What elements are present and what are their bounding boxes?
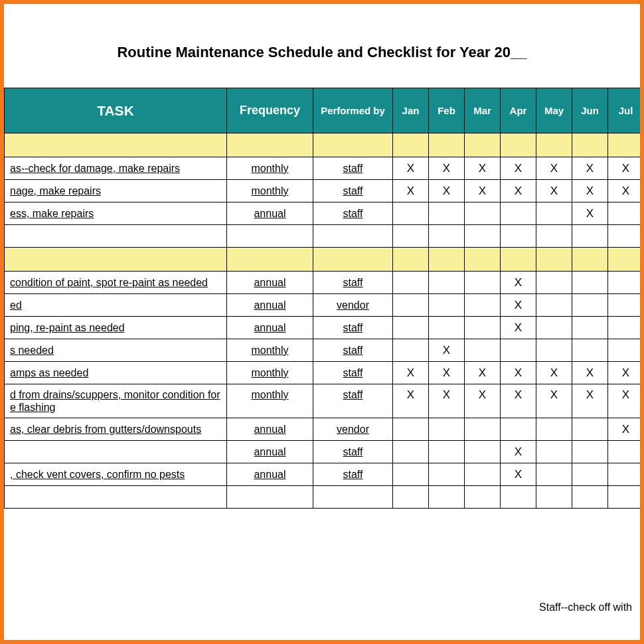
month-cell[interactable]: X xyxy=(572,157,608,180)
month-cell[interactable] xyxy=(501,202,536,225)
month-cell[interactable]: X xyxy=(572,180,608,202)
month-cell[interactable] xyxy=(572,463,608,486)
task-cell[interactable]: ping, re-paint as needed xyxy=(5,317,227,339)
frequency-cell[interactable]: annual xyxy=(227,317,313,339)
month-cell[interactable]: X xyxy=(501,384,536,418)
month-cell[interactable]: X xyxy=(429,157,465,180)
performed-by-cell[interactable]: staff xyxy=(313,202,393,225)
performed-by-cell[interactable]: staff xyxy=(313,463,393,486)
month-cell[interactable] xyxy=(536,294,572,317)
month-cell[interactable]: X xyxy=(501,317,536,339)
month-cell[interactable] xyxy=(572,486,608,509)
task-cell[interactable]: condition of paint, spot re-paint as nee… xyxy=(5,272,227,294)
month-cell[interactable] xyxy=(536,317,572,339)
task-cell[interactable]: s needed xyxy=(5,339,227,362)
frequency-cell[interactable]: monthly xyxy=(227,362,313,384)
task-cell[interactable]: , check vent covers, confirm no pests xyxy=(5,463,227,486)
month-cell[interactable]: X xyxy=(393,180,429,202)
month-cell[interactable]: X xyxy=(501,180,536,202)
performed-by-cell[interactable]: vendor xyxy=(313,294,393,317)
month-cell[interactable] xyxy=(393,272,429,294)
month-cell[interactable] xyxy=(393,418,429,441)
month-cell[interactable] xyxy=(572,294,608,317)
month-cell[interactable] xyxy=(465,225,501,248)
month-cell[interactable]: X xyxy=(572,384,608,418)
month-cell[interactable] xyxy=(572,225,608,248)
month-cell[interactable]: X xyxy=(393,157,429,180)
frequency-cell[interactable] xyxy=(227,225,313,248)
frequency-cell[interactable] xyxy=(227,486,313,509)
task-cell[interactable]: as, clear debris from gutters/downspouts xyxy=(5,418,227,441)
month-cell[interactable]: X xyxy=(429,339,465,362)
month-cell[interactable] xyxy=(393,317,429,339)
month-cell[interactable] xyxy=(393,339,429,362)
month-cell[interactable]: X xyxy=(465,180,501,202)
month-cell[interactable]: X xyxy=(608,362,644,384)
month-cell[interactable]: X xyxy=(501,294,536,317)
performed-by-cell[interactable] xyxy=(313,486,393,509)
month-cell[interactable] xyxy=(465,418,501,441)
month-cell[interactable]: X xyxy=(608,418,644,441)
task-cell[interactable]: ed xyxy=(5,294,227,317)
month-cell[interactable]: X xyxy=(501,441,536,463)
month-cell[interactable] xyxy=(536,202,572,225)
frequency-cell[interactable]: annual xyxy=(227,294,313,317)
month-cell[interactable]: X xyxy=(608,157,644,180)
month-cell[interactable] xyxy=(465,441,501,463)
month-cell[interactable]: X xyxy=(572,362,608,384)
task-cell[interactable]: nage, make repairs xyxy=(5,180,227,202)
month-cell[interactable] xyxy=(465,339,501,362)
performed-by-cell[interactable] xyxy=(313,225,393,248)
frequency-cell[interactable]: annual xyxy=(227,441,313,463)
month-cell[interactable] xyxy=(608,486,644,509)
performed-by-cell[interactable]: staff xyxy=(313,317,393,339)
performed-by-cell[interactable]: staff xyxy=(313,384,393,418)
month-cell[interactable]: X xyxy=(536,157,572,180)
month-cell[interactable] xyxy=(465,486,501,509)
frequency-cell[interactable]: monthly xyxy=(227,339,313,362)
month-cell[interactable] xyxy=(501,486,536,509)
month-cell[interactable]: X xyxy=(429,384,465,418)
frequency-cell[interactable]: monthly xyxy=(227,384,313,418)
frequency-cell[interactable]: annual xyxy=(227,418,313,441)
month-cell[interactable]: X xyxy=(501,157,536,180)
task-cell[interactable]: amps as needed xyxy=(5,362,227,384)
month-cell[interactable] xyxy=(501,339,536,362)
month-cell[interactable] xyxy=(429,294,465,317)
month-cell[interactable]: X xyxy=(501,463,536,486)
month-cell[interactable] xyxy=(536,441,572,463)
month-cell[interactable] xyxy=(393,441,429,463)
month-cell[interactable] xyxy=(536,225,572,248)
task-cell[interactable] xyxy=(5,225,227,248)
month-cell[interactable] xyxy=(429,418,465,441)
month-cell[interactable]: X xyxy=(572,202,608,225)
month-cell[interactable] xyxy=(608,225,644,248)
month-cell[interactable] xyxy=(536,463,572,486)
month-cell[interactable] xyxy=(536,339,572,362)
month-cell[interactable]: X xyxy=(465,362,501,384)
month-cell[interactable] xyxy=(608,317,644,339)
month-cell[interactable] xyxy=(608,272,644,294)
month-cell[interactable]: X xyxy=(608,384,644,418)
month-cell[interactable]: X xyxy=(501,272,536,294)
month-cell[interactable] xyxy=(501,418,536,441)
month-cell[interactable] xyxy=(572,418,608,441)
month-cell[interactable] xyxy=(429,317,465,339)
month-cell[interactable]: X xyxy=(501,362,536,384)
month-cell[interactable] xyxy=(429,225,465,248)
month-cell[interactable] xyxy=(608,294,644,317)
month-cell[interactable] xyxy=(393,225,429,248)
month-cell[interactable] xyxy=(429,463,465,486)
month-cell[interactable] xyxy=(393,202,429,225)
frequency-cell[interactable]: annual xyxy=(227,202,313,225)
task-cell[interactable]: ess, make repairs xyxy=(5,202,227,225)
month-cell[interactable] xyxy=(429,441,465,463)
task-cell[interactable]: d from drains/scuppers, monitor conditio… xyxy=(5,384,227,418)
month-cell[interactable] xyxy=(465,317,501,339)
performed-by-cell[interactable]: vendor xyxy=(313,418,393,441)
month-cell[interactable] xyxy=(393,463,429,486)
month-cell[interactable] xyxy=(536,272,572,294)
month-cell[interactable] xyxy=(536,486,572,509)
month-cell[interactable]: X xyxy=(536,362,572,384)
month-cell[interactable] xyxy=(608,202,644,225)
